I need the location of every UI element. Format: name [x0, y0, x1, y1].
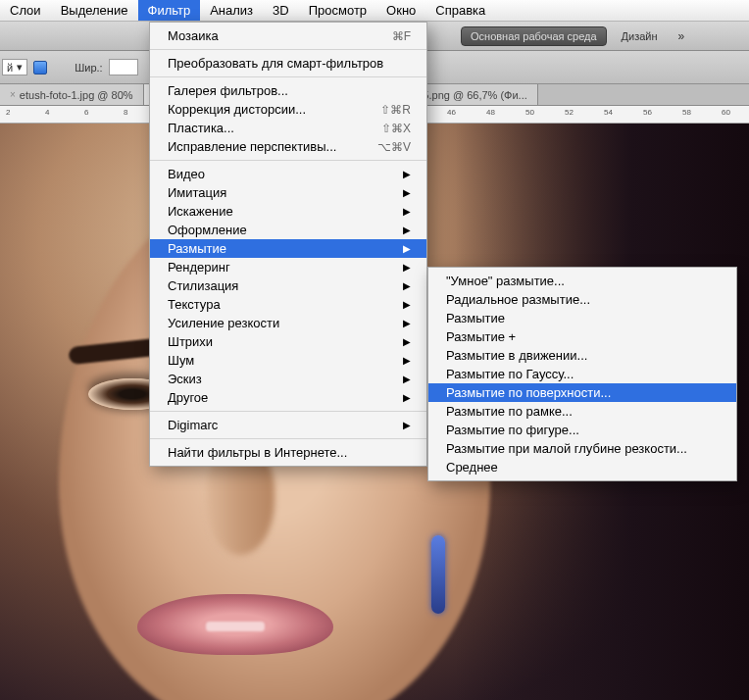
ruler-mark: 54: [604, 108, 613, 117]
canvas-content: [137, 594, 333, 655]
menu-item[interactable]: Размытие в движении...: [428, 346, 736, 365]
menu-item-label: Видео: [168, 167, 205, 181]
menu-item[interactable]: Искажение▶: [150, 202, 426, 221]
menu-item[interactable]: Размытие +: [428, 327, 736, 346]
ruler-mark: 50: [525, 108, 534, 117]
menu-item[interactable]: Размытие: [428, 309, 736, 327]
submenu-arrow-icon: ▶: [379, 225, 411, 235]
document-tab[interactable]: ×etush-foto-1.jpg @ 80%: [0, 84, 144, 105]
submenu-arrow-icon: ▶: [379, 187, 411, 198]
menu-item[interactable]: Шум▶: [150, 351, 426, 370]
menu-item[interactable]: "Умное" размытие...: [428, 272, 736, 290]
menu-item-label: Текстура: [168, 297, 221, 312]
menu-item[interactable]: Текстура▶: [150, 295, 426, 314]
menu-item-label: Стилизация: [168, 278, 238, 293]
options-dropdown[interactable]: й ▾: [2, 59, 27, 75]
ruler-mark: 52: [565, 108, 574, 117]
menu-item[interactable]: Видео▶: [150, 165, 426, 183]
ruler-mark: 6: [84, 108, 88, 117]
menu-item[interactable]: Исправление перспективы...⌥⌘V: [150, 137, 426, 156]
menu-item[interactable]: Рендеринг▶: [150, 258, 426, 276]
ruler-mark: 46: [447, 108, 456, 117]
ruler-mark: 8: [124, 108, 127, 117]
menu-item-label: Исправление перспективы...: [168, 139, 336, 154]
menu-item[interactable]: Размытие по поверхности...: [428, 383, 736, 402]
menu-item[interactable]: Усиление резкости▶: [150, 314, 426, 332]
submenu-arrow-icon: ▶: [379, 420, 411, 430]
menu-item-label: "Умное" размытие...: [446, 274, 565, 288]
menu-item-label: Галерея фильтров...: [168, 83, 288, 98]
menu-item[interactable]: Размытие по фигуре...: [428, 421, 736, 439]
menu-item[interactable]: Оформление▶: [150, 221, 426, 239]
menu-item-label: Другое: [168, 390, 208, 405]
menu-item-label: Размытие: [446, 311, 505, 325]
menu-item-label: Преобразовать для смарт-фильтров: [168, 56, 383, 71]
chevron-down-icon: ▾: [17, 61, 23, 74]
ruler-mark: 48: [486, 108, 495, 117]
menu-item[interactable]: Размытие при малой глубине резкости...: [428, 439, 736, 458]
menu-окно[interactable]: Окно: [376, 0, 425, 21]
menu-separator: [150, 438, 426, 439]
menu-item[interactable]: Размытие по рамке...: [428, 402, 736, 421]
menu-item[interactable]: Преобразовать для смарт-фильтров: [150, 54, 426, 73]
ruler-mark: 2: [6, 108, 10, 117]
menu-item[interactable]: Галерея фильтров...: [150, 81, 426, 100]
color-swatch-button[interactable]: [33, 61, 47, 75]
menu-слои[interactable]: Слои: [0, 0, 51, 21]
submenu-arrow-icon: ▶: [379, 169, 411, 179]
menu-item-label: Коррекция дисторсии...: [168, 102, 306, 117]
ruler-mark: 56: [643, 108, 652, 117]
menu-item-label: Штрихи: [168, 334, 213, 349]
menu-item[interactable]: Среднее: [428, 458, 736, 476]
menu-item[interactable]: Стилизация▶: [150, 276, 426, 295]
ruler-mark: 4: [45, 108, 49, 117]
menu-item-label: Имитация: [168, 185, 226, 200]
menu-separator: [150, 160, 426, 161]
menu-item-label: Оформление: [168, 223, 247, 237]
menu-item[interactable]: Радиальное размытие...: [428, 290, 736, 309]
menu-shortcut: ⌘F: [369, 29, 411, 43]
menu-item[interactable]: Найти фильтры в Интернете...: [150, 443, 426, 462]
menu-separator: [150, 411, 426, 412]
menu-выделение[interactable]: Выделение: [51, 0, 138, 21]
menu-item[interactable]: Эскиз▶: [150, 370, 426, 388]
menu-item-label: Размытие по фигуре...: [446, 423, 579, 437]
workspace-secondary[interactable]: Дизайн: [613, 27, 667, 45]
close-icon[interactable]: ×: [10, 89, 16, 100]
menu-item[interactable]: Пластика...⇧⌘X: [150, 119, 426, 137]
menu-item-label: Искажение: [168, 204, 233, 219]
menu-item[interactable]: Размытие по Гауссу...: [428, 365, 736, 383]
menu-item-label: Мозаика: [168, 28, 219, 43]
menu-item[interactable]: Штрихи▶: [150, 332, 426, 351]
tab-label: etush-foto-1.jpg @ 80%: [20, 89, 133, 101]
canvas-content: [431, 535, 445, 614]
menu-shortcut: ⇧⌘R: [357, 103, 411, 117]
menu-просмотр[interactable]: Просмотр: [299, 0, 376, 21]
menu-item[interactable]: Коррекция дисторсии...⇧⌘R: [150, 100, 426, 119]
menu-item-label: Усиление резкости: [168, 316, 279, 330]
menu-item[interactable]: Размытие▶: [150, 239, 426, 258]
menu-справка[interactable]: Справка: [425, 0, 495, 21]
workspace-more-icon[interactable]: »: [673, 27, 691, 45]
submenu-arrow-icon: ▶: [379, 318, 411, 328]
menu-3d[interactable]: 3D: [263, 0, 299, 21]
menu-анализ[interactable]: Анализ: [200, 0, 263, 21]
options-dropdown-text: й: [7, 62, 13, 74]
menu-item-label: Digimarc: [168, 418, 218, 432]
menu-item[interactable]: Имитация▶: [150, 183, 426, 202]
submenu-arrow-icon: ▶: [379, 280, 411, 291]
menu-item-label: Размытие по Гауссу...: [446, 367, 574, 381]
menu-item[interactable]: Мозаика⌘F: [150, 26, 426, 45]
width-input[interactable]: [109, 59, 138, 75]
menubar: СлоиВыделениеФильтрАнализ3DПросмотрОкноС…: [0, 0, 749, 22]
submenu-arrow-icon: ▶: [379, 392, 411, 403]
workspace-primary[interactable]: Основная рабочая среда: [461, 26, 607, 46]
menu-item-label: Найти фильтры в Интернете...: [168, 445, 347, 460]
menu-item-label: Среднее: [446, 460, 498, 475]
menu-item[interactable]: Digimarc▶: [150, 416, 426, 434]
menu-item[interactable]: Другое▶: [150, 388, 426, 407]
menu-item-label: Радиальное размытие...: [446, 292, 590, 307]
menu-фильтр[interactable]: Фильтр: [138, 0, 201, 21]
ruler-mark: 58: [682, 108, 691, 117]
filter-menu: Мозаика⌘FПреобразовать для смарт-фильтро…: [149, 22, 427, 467]
